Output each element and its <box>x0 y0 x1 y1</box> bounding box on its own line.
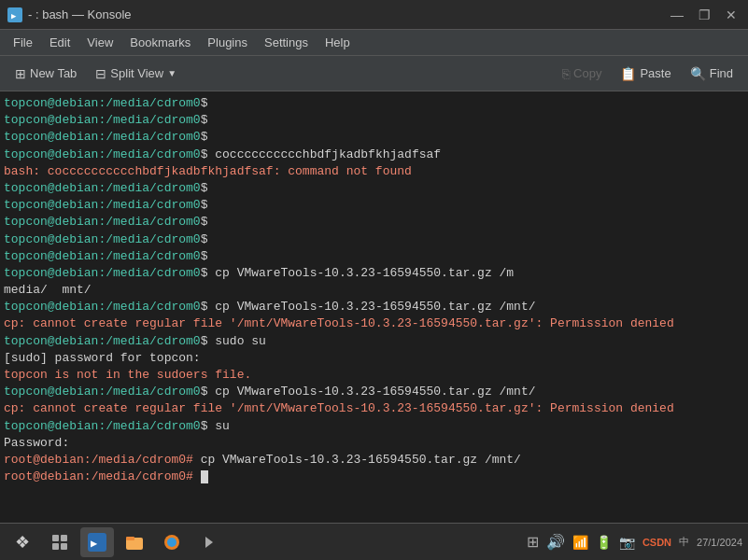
find-label: Find <box>710 66 733 80</box>
title-bar-left: ▶ - : bash — Konsole <box>7 7 132 22</box>
normal-text: Password: <box>4 436 69 450</box>
taskbar-lang-icon: 中 <box>679 535 689 549</box>
root-prompt-user: root@debian <box>4 453 84 467</box>
cmd-text <box>193 469 201 483</box>
prompt-dollar: $ <box>201 130 208 144</box>
prompt-path: :/media/cdrom0 <box>98 96 200 110</box>
split-view-label: Split View <box>110 66 163 80</box>
prompt-path: :/media/cdrom0 <box>98 215 200 229</box>
split-view-button[interactable]: ⊟ Split View ▼ <box>88 63 184 85</box>
copy-button[interactable]: ⎘ Copy <box>555 63 609 85</box>
terminal-line: topcon is not in the sudoers file. <box>4 367 744 384</box>
close-button[interactable]: ✕ <box>722 6 741 24</box>
prompt-path: :/media/cdrom0 <box>98 266 200 280</box>
terminal-line: topcon@debian:/media/cdrom0$ sudo su <box>4 333 744 350</box>
svg-rect-5 <box>61 543 67 550</box>
normal-text: [sudo] password for topcon: <box>4 351 201 365</box>
terminal-line: topcon@debian:/media/cdrom0$ coccccccccc… <box>4 147 744 163</box>
prompt-dollar: $ <box>201 96 208 110</box>
taskbar-apps-btn[interactable] <box>43 527 77 557</box>
taskbar-firefox-btn[interactable] <box>155 527 189 557</box>
menu-settings[interactable]: Settings <box>257 33 316 52</box>
terminal-line: topcon@debian:/media/cdrom0$ <box>4 197 744 214</box>
error-text: topcon is not in the sudoers file. <box>4 368 251 382</box>
svg-text:▶: ▶ <box>91 537 98 550</box>
terminal[interactable]: topcon@debian:/media/cdrom0$topcon@debia… <box>0 91 748 523</box>
find-icon: 🔍 <box>690 66 706 81</box>
svg-marker-12 <box>205 537 213 548</box>
paste-button[interactable]: 📋 Paste <box>613 63 678 85</box>
taskbar-files-btn[interactable] <box>118 527 151 557</box>
terminal-line: cp: cannot create regular file '/mnt/VMw… <box>4 400 744 417</box>
paste-icon: 📋 <box>620 66 636 81</box>
new-tab-icon: ⊞ <box>15 66 26 81</box>
title-bar-title: - : bash — Konsole <box>28 7 132 21</box>
prompt-user: topcon@debian <box>4 96 98 110</box>
terminal-line: topcon@debian:/media/cdrom0$ <box>4 214 744 231</box>
maximize-button[interactable]: ❐ <box>695 6 714 24</box>
error-text: cp: cannot create regular file '/mnt/VMw… <box>4 401 674 415</box>
root-prompt-path: :/media/cdrom0# <box>84 469 193 483</box>
prompt-user: topcon@debian <box>4 232 98 246</box>
find-button[interactable]: 🔍 Find <box>683 63 741 85</box>
terminal-line: topcon@debian:/media/cdrom0$ <box>4 180 744 197</box>
prompt-dollar: $ <box>201 215 208 229</box>
taskbar-right: ⊞ 🔊 📶 🔋 📷 CSDN 中 27/1/2024 <box>527 533 742 551</box>
prompt-path: :/media/cdrom0 <box>98 130 200 144</box>
cursor <box>201 470 208 483</box>
terminal-line: cp: cannot create regular file '/mnt/VMw… <box>4 315 744 332</box>
new-tab-button[interactable]: ⊞ New Tab <box>7 63 84 85</box>
prompt-dollar: $ <box>201 113 208 127</box>
root-prompt-user: root@debian <box>4 469 84 483</box>
terminal-line: media/ mnt/ <box>4 282 744 299</box>
cmd-text: cocccccccccchbdfjkadbfkhjadfsaf <box>207 147 441 161</box>
prompt-user: topcon@debian <box>4 249 98 263</box>
prompt-user: topcon@debian <box>4 181 98 195</box>
taskbar-network-icon: 📶 <box>572 535 588 550</box>
taskbar-arrow-btn[interactable] <box>192 527 226 557</box>
prompt-path: :/media/cdrom0 <box>98 419 200 433</box>
prompt-path: :/media/cdrom0 <box>98 113 200 127</box>
prompt-dollar: $ <box>201 232 208 246</box>
prompt-path: :/media/cdrom0 <box>98 300 200 314</box>
menu-bookmarks[interactable]: Bookmarks <box>122 33 198 52</box>
cmd-text: cp VMwareTools-10.3.23-16594550.tar.gz /… <box>193 453 521 467</box>
menu-view[interactable]: View <box>79 33 120 52</box>
root-prompt-path: :/media/cdrom0# <box>84 453 193 467</box>
paste-label: Paste <box>640 66 670 80</box>
prompt-path: :/media/cdrom0 <box>98 334 200 348</box>
cmd-text: sudo su <box>207 334 265 348</box>
terminal-line: [sudo] password for topcon: <box>4 350 744 367</box>
error-text: bash: cocccccccccchbdfjkadbfkhjadfsaf: c… <box>4 164 412 178</box>
svg-rect-3 <box>61 535 67 541</box>
taskbar-konsole-btn[interactable]: ▶ <box>80 527 114 557</box>
prompt-path: :/media/cdrom0 <box>98 385 200 399</box>
title-bar-controls: — ❐ ✕ <box>667 6 741 24</box>
taskbar-menu-btn[interactable]: ❖ <box>6 527 39 557</box>
menu-help[interactable]: Help <box>318 33 358 52</box>
terminal-line: topcon@debian:/media/cdrom0$ su <box>4 418 744 435</box>
terminal-line: root@debian:/media/cdrom0# <box>4 469 744 485</box>
taskbar-screen-icon: ⊞ <box>527 533 539 551</box>
terminal-line: topcon@debian:/media/cdrom0$ <box>4 248 744 265</box>
terminal-line: topcon@debian:/media/cdrom0$ <box>4 112 744 129</box>
prompt-user: topcon@debian <box>4 419 98 433</box>
prompt-dollar: $ <box>201 198 208 212</box>
minimize-button[interactable]: — <box>667 6 687 24</box>
normal-text: media/ mnt/ <box>4 283 92 297</box>
menu-edit[interactable]: Edit <box>42 33 78 52</box>
taskbar-volume-icon: 🔊 <box>546 533 565 551</box>
prompt-user: topcon@debian <box>4 385 98 399</box>
konsole-icon: ▶ <box>7 7 22 22</box>
menu-file[interactable]: File <box>6 33 40 52</box>
menu-plugins[interactable]: Plugins <box>200 33 255 52</box>
taskbar-csdn-label: CSDN <box>642 537 671 548</box>
prompt-user: topcon@debian <box>4 334 98 348</box>
prompt-user: topcon@debian <box>4 198 98 212</box>
svg-point-11 <box>167 538 176 547</box>
prompt-path: :/media/cdrom0 <box>98 181 200 195</box>
prompt-user: topcon@debian <box>4 300 98 314</box>
terminal-line: Password: <box>4 435 744 452</box>
svg-rect-9 <box>126 537 134 540</box>
toolbar: ⊞ New Tab ⊟ Split View ▼ ⎘ Copy 📋 Paste … <box>0 56 748 91</box>
